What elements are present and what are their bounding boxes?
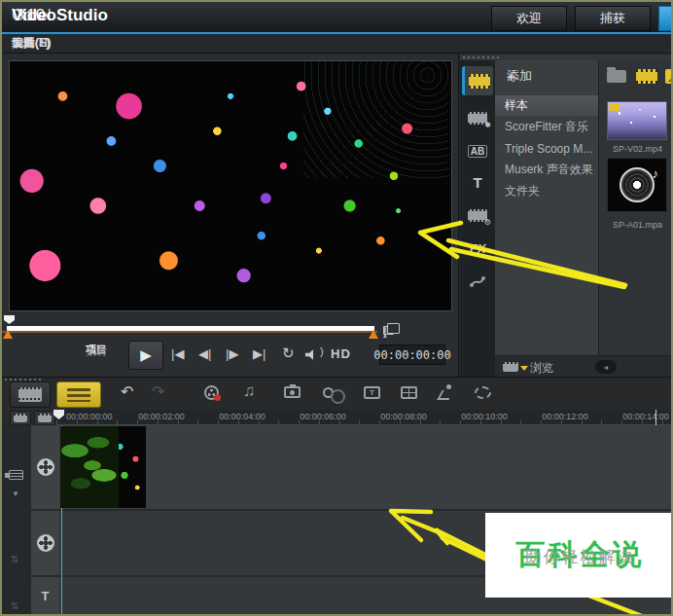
- track-rail: ▼ ⇅ ⇅: [2, 425, 31, 614]
- preview-panel: [ ] ✕ 项目 素材 ▶ |◀ ◀| |▶ ▶| ↻ ) HD 00:00:0…: [2, 54, 459, 377]
- mode-clip-toggle[interactable]: 素材: [86, 344, 107, 359]
- media-name-audio: SP-A01.mpa: [599, 220, 673, 230]
- collapse-tracks-icon[interactable]: ▼: [12, 489, 19, 498]
- clip-green-leaves[interactable]: [60, 426, 119, 508]
- go-to-start-button[interactable]: |◀: [171, 346, 184, 361]
- nav-media-button[interactable]: [462, 66, 493, 95]
- split-screen-icon[interactable]: [401, 386, 417, 399]
- track-toggle-icon-1: [14, 414, 27, 422]
- timeline-grip[interactable]: [5, 379, 44, 380]
- category-samples[interactable]: 样本: [495, 95, 598, 116]
- category-triple-scoop[interactable]: Triple Scoop M...: [495, 138, 598, 159]
- trim-bar[interactable]: [7, 326, 374, 331]
- video-track-icon: [37, 458, 54, 476]
- menubar: 文件(F) 编辑(E) 工具(T) 设置(S) 帮助(H): [2, 34, 671, 54]
- storyboard-view-button[interactable]: [10, 381, 51, 408]
- repeat-button[interactable]: ↻: [282, 344, 295, 362]
- title-track-header[interactable]: T: [31, 577, 59, 614]
- motion-path-icon: [469, 273, 486, 289]
- video-track-header[interactable]: [31, 425, 59, 509]
- ruler-label: 00:00:12:00: [542, 412, 588, 421]
- lasso-select-icon[interactable]: [475, 386, 491, 399]
- sound-mixer-icon[interactable]: ♫: [243, 381, 256, 401]
- swap-overlay-track-icon[interactable]: ⇅: [11, 554, 18, 564]
- browse-button[interactable]: 浏览: [530, 360, 553, 377]
- wand-icon: ✱: [484, 121, 491, 129]
- nav-instant-project-button[interactable]: ✱: [462, 103, 493, 132]
- play-button[interactable]: ▶: [128, 341, 163, 370]
- overlay-track-header[interactable]: [31, 511, 59, 575]
- library-category-list: + 添加 样本 ScoreFitter 音乐 Triple Scoop M...…: [495, 60, 598, 355]
- titlebar: CorelVideoStudioX10 欢迎 捕获 编辑: [2, 2, 671, 32]
- ruler-label: 00:00:02:00: [138, 412, 185, 421]
- video-track-lane[interactable]: A B A K A: [59, 425, 671, 509]
- track-toggle-single-button[interactable]: [34, 411, 55, 425]
- nav-title-button[interactable]: T: [462, 167, 493, 197]
- tab-welcome[interactable]: 欢迎: [491, 6, 567, 31]
- transition-effect-icon[interactable]: [323, 387, 334, 398]
- browse-bar: 浏览 ◄: [495, 355, 673, 377]
- nav-filter-button[interactable]: FX: [462, 234, 493, 263]
- volume-wave-icon: ): [320, 345, 324, 357]
- volume-icon[interactable]: [305, 349, 318, 360]
- storyboard-icon: [18, 387, 42, 402]
- timeline-ruler[interactable]: 00:00:00:00 00:00:02:00 00:00:04:00 00:0…: [56, 410, 671, 425]
- filter-fx-icon: FX: [470, 241, 486, 256]
- nav-transition-button[interactable]: AB: [462, 136, 493, 165]
- timecode-spin-down[interactable]: ▼: [446, 352, 452, 358]
- previous-frame-button[interactable]: ◀|: [198, 346, 211, 361]
- show-videos-icon[interactable]: [636, 69, 657, 84]
- tab-capture[interactable]: 捕获: [575, 6, 651, 31]
- menu-item-help[interactable]: 帮助(H): [12, 35, 52, 52]
- scrub-area: [ ] ✕: [2, 315, 459, 343]
- go-to-end-button[interactable]: ▶|: [253, 346, 266, 361]
- undo-button[interactable]: ↶: [121, 382, 133, 401]
- media-thumbnail-audio[interactable]: ♪: [607, 158, 667, 212]
- track-toggle-all-button[interactable]: [10, 411, 31, 425]
- timeline-view-button[interactable]: [56, 381, 101, 408]
- library-nav-strip: ✱ AB T ⚙ FX: [460, 60, 495, 377]
- panel-grip[interactable]: [463, 56, 502, 58]
- subtitle-editor-icon[interactable]: T: [364, 386, 380, 399]
- gear-icon: ⚙: [484, 218, 491, 227]
- media-name-video: SP-V02.mp4: [599, 144, 673, 154]
- brand-version: X10: [16, 6, 45, 25]
- motion-tracking-icon[interactable]: [438, 384, 454, 400]
- tab-edit[interactable]: 编辑: [658, 6, 673, 31]
- add-label: 添加: [507, 67, 532, 85]
- ruler-label: 00:00:06:00: [300, 412, 346, 421]
- library-panel: ✱ AB T ⚙ FX + 添加 样本 ScoreFitter 音乐 Tripl…: [460, 54, 673, 377]
- browse-film-icon: [503, 362, 518, 372]
- category-muserk[interactable]: Muserk 声音效果: [495, 160, 598, 180]
- ruler-label: 00:00:10:00: [461, 412, 508, 421]
- bokeh-mandala-pattern: [303, 61, 449, 178]
- show-photos-icon[interactable]: [665, 69, 673, 84]
- category-folders[interactable]: 文件夹: [495, 181, 598, 201]
- add-folder-button[interactable]: + 添加: [495, 64, 598, 88]
- record-capture-icon[interactable]: [204, 385, 219, 400]
- nav-motion-path-button[interactable]: [462, 267, 493, 296]
- preview-screen: [9, 60, 452, 311]
- transition-icon: AB: [468, 145, 487, 158]
- playhead-marker[interactable]: [4, 315, 15, 324]
- overlay-track-icon: [37, 534, 54, 552]
- media-thumbnail-video[interactable]: [607, 101, 667, 140]
- snapshot-icon[interactable]: [284, 386, 301, 398]
- track-manager-icon[interactable]: [9, 470, 23, 480]
- timecode-field[interactable]: 00:00:00:00: [379, 344, 445, 365]
- project-end-marker: [655, 410, 656, 425]
- trim-track: [2, 331, 377, 333]
- enlarge-preview-icon[interactable]: [383, 326, 394, 335]
- hd-preview-toggle[interactable]: HD: [331, 346, 351, 361]
- category-scorefitter[interactable]: ScoreFitter 音乐: [495, 117, 598, 137]
- ruler-label: 00:00:04:00: [219, 412, 266, 421]
- swap-title-track-icon[interactable]: ⇅: [11, 600, 18, 611]
- next-frame-button[interactable]: |▶: [226, 346, 238, 361]
- nav-graphic-button[interactable]: ⚙: [462, 200, 493, 230]
- play-icon: ▶: [140, 346, 152, 364]
- video-badge-icon: [609, 103, 620, 111]
- title-track-icon: T: [42, 589, 50, 603]
- collapse-panel-button[interactable]: ◄: [595, 360, 617, 374]
- redo-button[interactable]: ↷: [152, 382, 164, 401]
- folder-view-icon[interactable]: [607, 70, 626, 83]
